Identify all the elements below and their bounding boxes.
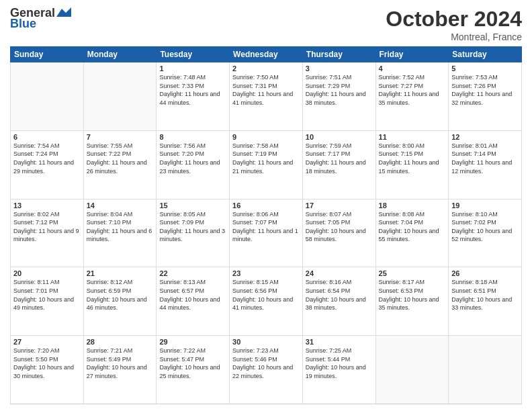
day-info: Sunrise: 8:05 AM Sunset: 7:09 PM Dayligh… [159,210,226,244]
month-title: October 2024 [386,7,522,32]
day-number: 7 [87,133,154,141]
day-info: Sunrise: 7:48 AM Sunset: 7:33 PM Dayligh… [159,73,226,107]
day-info: Sunrise: 8:12 AM Sunset: 6:59 PM Dayligh… [87,278,154,312]
day-number: 25 [379,269,446,277]
day-info: Sunrise: 7:23 AM Sunset: 5:46 PM Dayligh… [232,347,300,380]
calendar-cell: 9Sunrise: 7:58 AM Sunset: 7:19 PM Daylig… [230,130,303,199]
location: Montreal, France [386,32,522,42]
day-number: 27 [13,338,81,346]
day-header-tuesday: Tuesday [157,47,230,62]
day-number: 21 [87,269,154,277]
calendar-cell: 1Sunrise: 7:48 AM Sunset: 7:33 PM Daylig… [157,62,230,131]
calendar-cell: 26Sunrise: 8:18 AM Sunset: 6:51 PM Dayli… [449,267,522,336]
day-info: Sunrise: 8:00 AM Sunset: 7:15 PM Dayligh… [379,142,446,175]
page: General Blue October 2024 Montreal, Fran… [0,0,532,411]
day-number: 18 [379,201,446,210]
day-header-thursday: Thursday [302,47,375,62]
logo-blue: Blue [10,17,36,31]
calendar-cell: 8Sunrise: 7:56 AM Sunset: 7:20 PM Daylig… [157,130,230,199]
calendar-cell: 12Sunrise: 8:01 AM Sunset: 7:14 PM Dayli… [449,130,522,199]
logo: General Blue [10,7,71,31]
day-number: 4 [379,64,446,73]
day-info: Sunrise: 8:16 AM Sunset: 6:54 PM Dayligh… [306,278,373,312]
day-number: 11 [379,133,446,141]
day-number: 8 [159,133,226,141]
day-number: 16 [232,201,300,210]
calendar-week-4: 20Sunrise: 8:11 AM Sunset: 7:01 PM Dayli… [11,267,522,336]
day-number: 19 [451,201,519,210]
day-info: Sunrise: 7:59 AM Sunset: 7:17 PM Dayligh… [306,142,373,175]
header: General Blue October 2024 Montreal, Fran… [10,7,522,42]
calendar-table: SundayMondayTuesdayWednesdayThursdayFrid… [10,46,522,404]
day-info: Sunrise: 7:20 AM Sunset: 5:50 PM Dayligh… [13,347,81,380]
day-number: 23 [232,269,300,277]
calendar-cell [449,336,522,404]
day-info: Sunrise: 7:51 AM Sunset: 7:29 PM Dayligh… [306,73,373,107]
day-number: 3 [306,64,373,73]
calendar-cell: 4Sunrise: 7:52 AM Sunset: 7:27 PM Daylig… [375,62,449,131]
day-number: 6 [13,133,81,141]
calendar-cell: 15Sunrise: 8:05 AM Sunset: 7:09 PM Dayli… [157,199,230,267]
day-info: Sunrise: 8:15 AM Sunset: 6:56 PM Dayligh… [232,278,300,312]
calendar-cell: 27Sunrise: 7:20 AM Sunset: 5:50 PM Dayli… [11,336,84,404]
calendar-cell: 17Sunrise: 8:07 AM Sunset: 7:05 PM Dayli… [302,199,375,267]
day-number: 30 [232,338,300,346]
day-number: 24 [306,269,373,277]
calendar-cell [11,62,84,131]
day-info: Sunrise: 7:52 AM Sunset: 7:27 PM Dayligh… [379,73,446,107]
calendar-cell: 6Sunrise: 7:54 AM Sunset: 7:24 PM Daylig… [11,130,84,199]
day-number: 10 [306,133,373,141]
day-number: 15 [159,201,226,210]
calendar-cell: 18Sunrise: 8:08 AM Sunset: 7:04 PM Dayli… [375,199,449,267]
calendar-week-5: 27Sunrise: 7:20 AM Sunset: 5:50 PM Dayli… [11,336,522,404]
calendar-cell: 3Sunrise: 7:51 AM Sunset: 7:29 PM Daylig… [302,62,375,131]
day-info: Sunrise: 8:17 AM Sunset: 6:53 PM Dayligh… [379,278,446,312]
day-number: 9 [232,133,300,141]
day-number: 13 [13,201,81,210]
day-info: Sunrise: 8:11 AM Sunset: 7:01 PM Dayligh… [13,278,81,312]
day-number: 22 [159,269,226,277]
day-number: 31 [306,338,373,346]
day-number: 1 [159,64,226,73]
calendar-header-row: SundayMondayTuesdayWednesdayThursdayFrid… [11,47,522,62]
day-number: 20 [13,269,81,277]
calendar-cell: 16Sunrise: 8:06 AM Sunset: 7:07 PM Dayli… [230,199,303,267]
day-header-monday: Monday [83,47,157,62]
day-number: 2 [232,64,300,73]
day-info: Sunrise: 8:10 AM Sunset: 7:02 PM Dayligh… [451,210,519,244]
calendar-cell: 11Sunrise: 8:00 AM Sunset: 7:15 PM Dayli… [375,130,449,199]
day-info: Sunrise: 7:21 AM Sunset: 5:49 PM Dayligh… [87,347,154,380]
day-info: Sunrise: 7:54 AM Sunset: 7:24 PM Dayligh… [13,142,81,175]
calendar-cell: 2Sunrise: 7:50 AM Sunset: 7:31 PM Daylig… [230,62,303,131]
day-info: Sunrise: 7:56 AM Sunset: 7:20 PM Dayligh… [159,142,226,175]
calendar-cell: 20Sunrise: 8:11 AM Sunset: 7:01 PM Dayli… [11,267,84,336]
svg-marker-0 [56,7,71,17]
day-info: Sunrise: 8:06 AM Sunset: 7:07 PM Dayligh… [232,210,300,244]
day-number: 12 [451,133,519,141]
calendar-cell: 30Sunrise: 7:23 AM Sunset: 5:46 PM Dayli… [230,336,303,404]
calendar-week-3: 13Sunrise: 8:02 AM Sunset: 7:12 PM Dayli… [11,199,522,267]
day-header-wednesday: Wednesday [230,47,303,62]
calendar-cell: 31Sunrise: 7:25 AM Sunset: 5:44 PM Dayli… [302,336,375,404]
calendar-cell: 24Sunrise: 8:16 AM Sunset: 6:54 PM Dayli… [302,267,375,336]
day-info: Sunrise: 8:18 AM Sunset: 6:51 PM Dayligh… [451,278,519,312]
day-number: 17 [306,201,373,210]
day-info: Sunrise: 7:53 AM Sunset: 7:26 PM Dayligh… [451,73,519,107]
day-info: Sunrise: 7:22 AM Sunset: 5:47 PM Dayligh… [159,347,226,380]
title-block: October 2024 Montreal, France [386,7,522,42]
day-number: 5 [451,64,519,73]
calendar-week-1: 1Sunrise: 7:48 AM Sunset: 7:33 PM Daylig… [11,62,522,131]
calendar-cell: 5Sunrise: 7:53 AM Sunset: 7:26 PM Daylig… [449,62,522,131]
calendar-cell [83,62,157,131]
day-number: 26 [451,269,519,277]
day-info: Sunrise: 7:25 AM Sunset: 5:44 PM Dayligh… [306,347,373,380]
calendar-cell: 13Sunrise: 8:02 AM Sunset: 7:12 PM Dayli… [11,199,84,267]
day-info: Sunrise: 7:58 AM Sunset: 7:19 PM Dayligh… [232,142,300,175]
calendar-cell: 22Sunrise: 8:13 AM Sunset: 6:57 PM Dayli… [157,267,230,336]
day-info: Sunrise: 8:02 AM Sunset: 7:12 PM Dayligh… [13,210,81,244]
calendar-cell [375,336,449,404]
calendar-cell: 25Sunrise: 8:17 AM Sunset: 6:53 PM Dayli… [375,267,449,336]
day-info: Sunrise: 7:55 AM Sunset: 7:22 PM Dayligh… [87,142,154,175]
calendar-cell: 7Sunrise: 7:55 AM Sunset: 7:22 PM Daylig… [83,130,157,199]
day-info: Sunrise: 8:07 AM Sunset: 7:05 PM Dayligh… [306,210,373,244]
